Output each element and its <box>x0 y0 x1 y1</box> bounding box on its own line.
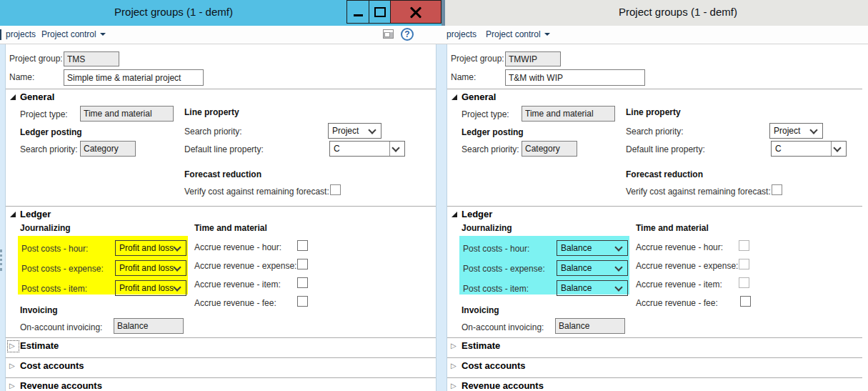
section-header-estimate[interactable]: ▷ Estimate <box>447 340 862 353</box>
section-header-revenue-accounts[interactable]: ▷ Revenue accounts <box>6 380 436 391</box>
post-costs-item-label: Post costs - item: <box>463 284 529 294</box>
section-header-revenue-accounts[interactable]: ▷ Revenue accounts <box>447 380 862 391</box>
on-account-invoicing-input[interactable] <box>555 318 625 334</box>
separator <box>447 89 862 89</box>
separator <box>447 206 862 207</box>
separator <box>447 377 862 378</box>
section-header-general[interactable]: General <box>447 91 862 104</box>
line-search-priority-label: Search priority: <box>626 127 684 137</box>
titlebar[interactable]: Project groups (1 - demf) <box>442 0 868 26</box>
time-and-material-heading: Time and material <box>636 223 709 233</box>
toolbar-item-projects[interactable]: projects <box>447 29 477 39</box>
accrue-fee-checkbox[interactable] <box>740 296 751 307</box>
triangle-collapsed-icon: ▷ <box>451 362 457 370</box>
verify-cost-label: Verify cost against remaining forecast: <box>626 187 771 197</box>
on-account-invoicing-input[interactable] <box>114 318 184 334</box>
triangle-collapsed-icon: ▷ <box>451 342 457 350</box>
line-search-priority-select[interactable]: Project <box>769 123 823 139</box>
project-type-input[interactable] <box>522 106 615 122</box>
accrue-hour-label: Accrue revenue - hour: <box>636 242 723 252</box>
accrue-item-checkbox[interactable] <box>739 277 749 288</box>
toolbar-item-projects[interactable]: projects <box>6 29 36 39</box>
accrue-expense-checkbox[interactable] <box>739 259 749 269</box>
section-header-cost-accounts[interactable]: ▷ Cost accounts <box>447 360 862 373</box>
toolbar-item-project-control[interactable]: Project control <box>41 29 106 39</box>
chevron-down-icon <box>100 33 106 36</box>
chevron-down-icon <box>391 144 399 152</box>
close-button[interactable] <box>390 0 442 24</box>
post-costs-hour-select[interactable]: Balance <box>557 240 628 256</box>
section-header-estimate[interactable]: ▷ Estimate <box>6 340 436 353</box>
post-costs-item-select[interactable]: Balance <box>557 280 628 296</box>
window-title: Project groups (1 - demf) <box>619 6 737 18</box>
accrue-expense-label: Accrue revenue - expense: <box>636 261 738 271</box>
search-priority-label: Search priority: <box>462 144 519 154</box>
titlebar[interactable]: Project groups (1 - demf) <box>0 0 442 26</box>
name-input[interactable] <box>505 69 645 86</box>
project-type-label: Project type: <box>462 109 509 119</box>
chevron-down-icon <box>368 126 376 134</box>
post-costs-item-select[interactable]: Profit and loss <box>115 280 186 296</box>
search-priority-input[interactable] <box>522 141 577 157</box>
on-account-invoicing-label: On-account invoicing: <box>462 322 544 332</box>
triangle-expanded-icon <box>10 94 16 100</box>
toolbar-item-project-control[interactable]: Project control <box>486 29 550 39</box>
post-costs-expense-select[interactable]: Balance <box>557 260 628 276</box>
window-title: Project groups (1 - demf) <box>0 6 347 18</box>
line-property-heading: Line property <box>626 107 681 117</box>
post-costs-expense-label: Post costs - expense: <box>21 264 104 274</box>
window-edge <box>442 0 445 26</box>
triangle-collapsed-icon: ▷ <box>9 382 15 390</box>
ledger-posting-heading: Ledger posting <box>20 127 82 137</box>
default-line-property-combo[interactable]: C <box>329 141 405 157</box>
verify-cost-checkbox[interactable] <box>772 184 782 195</box>
search-priority-input[interactable] <box>80 141 136 157</box>
close-icon <box>409 6 422 19</box>
ledger-posting-heading: Ledger posting <box>462 127 524 137</box>
help-icon[interactable] <box>401 28 414 41</box>
verify-cost-label: Verify cost against remaining forecast: <box>184 187 329 197</box>
accrue-expense-checkbox[interactable] <box>297 259 308 269</box>
project-group-label: Project group: <box>9 54 63 64</box>
separator <box>6 337 436 338</box>
splitter-handle[interactable] <box>0 249 2 271</box>
accrue-expense-label: Accrue revenue - expense: <box>194 261 296 271</box>
accrue-fee-checkbox[interactable] <box>297 296 308 307</box>
section-header-ledger[interactable]: Ledger <box>447 209 862 222</box>
separator <box>447 357 862 358</box>
triangle-collapsed-icon: ▷ <box>9 342 15 350</box>
triangle-collapsed-icon: ▷ <box>451 382 457 390</box>
window-pane-icon[interactable] <box>383 29 394 39</box>
name-input[interactable] <box>64 69 204 86</box>
forecast-reduction-heading: Forecast reduction <box>626 169 703 179</box>
line-search-priority-select[interactable]: Project <box>328 123 381 139</box>
section-header-general[interactable]: General <box>6 91 436 104</box>
section-header-cost-accounts[interactable]: ▷ Cost accounts <box>6 360 436 373</box>
accrue-hour-checkbox[interactable] <box>739 240 749 251</box>
post-costs-expense-select[interactable]: Profit and loss <box>115 260 186 276</box>
verify-cost-checkbox[interactable] <box>330 184 341 195</box>
post-costs-hour-label: Post costs - hour: <box>21 244 88 254</box>
project-type-input[interactable] <box>80 106 174 122</box>
project-group-input[interactable] <box>64 51 119 66</box>
minimize-button[interactable] <box>346 0 369 24</box>
project-group-input[interactable] <box>505 51 561 66</box>
window-project-groups-left: Project groups (1 - demf) projects Proje… <box>0 0 442 391</box>
section-header-ledger[interactable]: Ledger <box>6 209 436 222</box>
chevron-down-icon <box>833 144 841 152</box>
maximize-icon <box>374 7 386 17</box>
accrue-hour-label: Accrue revenue - hour: <box>194 242 281 252</box>
journalizing-heading: Journalizing <box>462 223 512 233</box>
default-line-property-combo[interactable]: C <box>771 141 847 157</box>
post-costs-expense-label: Post costs - expense: <box>463 264 545 274</box>
separator <box>6 89 436 89</box>
journalizing-heading: Journalizing <box>20 223 71 233</box>
accrue-item-label: Accrue revenue - item: <box>194 279 281 289</box>
chevron-down-icon <box>173 263 181 271</box>
accrue-item-checkbox[interactable] <box>297 277 308 288</box>
chevron-down-icon <box>173 243 181 251</box>
post-costs-hour-select[interactable]: Profit and loss <box>115 240 186 256</box>
accrue-hour-checkbox[interactable] <box>297 240 308 251</box>
post-costs-hour-label: Post costs - hour: <box>463 244 529 254</box>
maximize-button[interactable] <box>369 0 391 24</box>
